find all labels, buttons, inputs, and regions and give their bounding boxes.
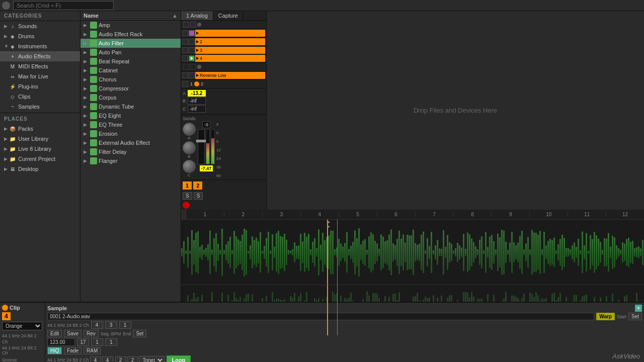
vol-c-value[interactable]: -inf <box>188 105 206 113</box>
fader-db-value[interactable]: -7.47 <box>200 165 213 171</box>
sidebar-item-sounds[interactable]: ▶ ♪ Sounds <box>0 21 80 31</box>
seg-bpm-input[interactable] <box>47 338 75 346</box>
mixer-btn[interactable] <box>182 81 188 87</box>
track-play-btn[interactable] <box>189 55 195 61</box>
sidebar-item-desktop[interactable]: ▶ 🖥 Desktop <box>0 164 80 174</box>
tones-select[interactable]: Tones <box>139 356 165 363</box>
knob-b[interactable] <box>183 141 196 154</box>
vol-b-label: B <box>183 99 187 104</box>
ram-btn[interactable]: RAM <box>84 347 101 354</box>
sidebar-item-audio-effects[interactable]: + Audio Effects <box>0 51 80 61</box>
browser-item-chorus[interactable]: ▶ Chorus <box>80 75 181 84</box>
clip-slot-4[interactable]: 4 <box>195 55 265 62</box>
volume-fader[interactable] <box>198 129 205 164</box>
end-set-btn[interactable]: Set <box>133 330 146 337</box>
end-beats[interactable] <box>91 338 103 346</box>
browser-scroll-up[interactable]: ▲ <box>172 13 178 19</box>
hiq-btn[interactable]: HiQ <box>47 347 62 354</box>
clip-slot-reverse-low[interactable]: Reverse Low <box>195 72 265 79</box>
track-btn-2[interactable]: 2 <box>193 182 202 190</box>
start-set-btn[interactable]: Set <box>628 313 642 320</box>
browser-item-auto-filter[interactable]: ▶ Auto Filter <box>80 39 181 48</box>
browser-item-eq-eight[interactable]: ▶ EQ Eight <box>80 111 181 120</box>
fade-btn[interactable]: Fade <box>64 347 82 354</box>
browser-item-corpus[interactable]: ▶ Corpus <box>80 93 181 102</box>
sidebar-item-live8[interactable]: ▶ 📁 Live 8 Library <box>0 144 80 154</box>
svg-rect-38 <box>258 241 259 263</box>
rev-btn[interactable]: Rev <box>84 330 99 337</box>
user-library-icon: 📁 <box>9 135 16 142</box>
sidebar-item-drums[interactable]: ▶ ◈ Drums <box>0 31 80 41</box>
start-beats[interactable] <box>105 321 117 329</box>
browser-item-external-audio[interactable]: ▶ External Audio Effect <box>80 138 181 147</box>
browser-item-flanger[interactable]: ▶ Flanger <box>80 156 181 165</box>
sidebar-item-current-project[interactable]: ▶ 📁 Current Project <box>0 154 80 164</box>
browser-item-audio-effect-rack[interactable]: ▶ Audio Effect Rack <box>80 30 181 39</box>
sample-add-btn[interactable]: + <box>635 305 642 312</box>
start-subdiv[interactable] <box>119 321 131 329</box>
vol-a-value[interactable]: -13.2 <box>188 90 206 97</box>
solo-btn-1[interactable]: S <box>183 192 192 200</box>
knob-a[interactable] <box>183 123 196 136</box>
clip-slot-1[interactable] <box>195 30 265 37</box>
clip-name: Reverse Low <box>200 73 226 78</box>
track-stop-btn[interactable] <box>182 47 188 53</box>
clip-color-select[interactable]: Orange <box>2 322 42 330</box>
sidebar-item-samples[interactable]: ~ Samples <box>0 102 80 112</box>
knob-c[interactable] <box>183 160 196 173</box>
sig-bot-input[interactable] <box>102 356 113 363</box>
svg-rect-19 <box>219 250 221 254</box>
start-bars[interactable] <box>91 321 103 329</box>
sidebar-item-midi-effects[interactable]: M MIDI Effects <box>0 61 80 71</box>
track-stop-btn[interactable] <box>182 30 188 36</box>
sidebar-item-max-for-live[interactable]: ∞ Max for Live <box>0 71 80 81</box>
tab-capture[interactable]: Capture <box>213 11 244 20</box>
edit-btn[interactable]: Edit <box>47 330 62 337</box>
search-input[interactable] <box>13 1 114 10</box>
expand-icon: ▶ <box>84 23 89 28</box>
browser-item-filter-delay[interactable]: ▶ Filter Delay <box>80 147 181 156</box>
browser-item-beat-repeat[interactable]: ▶ Beat Repeat <box>80 57 181 66</box>
track-stop-btn[interactable] <box>182 39 188 45</box>
sidebar-item-clips[interactable]: ◇ Clips <box>0 92 80 102</box>
clip-slot-3[interactable]: 3 <box>195 47 265 54</box>
sidebar-item-plugins[interactable]: ⚡ Plug-ins <box>0 81 80 92</box>
save-btn[interactable]: Save <box>64 330 82 337</box>
solo-btn-2[interactable]: S <box>194 192 203 200</box>
track-mute-btn[interactable] <box>189 39 195 45</box>
browser-item-compressor[interactable]: ▶ Compressor <box>80 84 181 93</box>
track-stop-btn[interactable] <box>183 22 189 28</box>
track-mute-btn[interactable] <box>189 30 195 36</box>
tab-analog[interactable]: 1 Analog <box>181 11 213 20</box>
browser-item-auto-pan[interactable]: ▶ Auto Pan <box>80 48 181 57</box>
browser-item-erosion[interactable]: ▶ Erosion <box>80 129 181 138</box>
warp-btn[interactable]: Warp <box>596 313 615 320</box>
loop-btn[interactable]: Loop <box>167 355 191 362</box>
browser-item-cabinet[interactable]: ▶ Cabinet <box>80 66 181 75</box>
track-stop-btn[interactable] <box>182 72 188 78</box>
track-solo-btns: S S <box>181 191 266 201</box>
track-stop-btn[interactable] <box>183 64 189 70</box>
end-subdiv[interactable] <box>105 338 117 346</box>
sidebar-item-instruments[interactable]: ▼ ◈ Instruments <box>0 41 80 51</box>
track-mute-btn[interactable] <box>189 47 195 53</box>
track-mute-btn[interactable] <box>189 72 195 78</box>
track-stop-btn[interactable] <box>182 55 188 61</box>
end-bars[interactable] <box>77 338 89 346</box>
track-mute-btn[interactable] <box>190 64 196 70</box>
track-btn-1[interactable]: 1 <box>183 182 192 190</box>
clip-slot-2[interactable]: 2 <box>195 38 265 45</box>
browser-item-dynamic-tube[interactable]: ▶ Dynamic Tube <box>80 102 181 111</box>
clip-num: 4 <box>200 56 202 61</box>
vol-b-value[interactable]: -inf <box>188 97 206 105</box>
transpose-val1[interactable] <box>115 356 126 363</box>
browser-item-amp[interactable]: ▶ Amp <box>80 21 181 30</box>
sig-display: 44.1 kHz 24 Bit 2 Ch <box>47 356 113 363</box>
track-mute-btn[interactable] <box>190 22 196 28</box>
sig-top-input[interactable] <box>90 356 101 363</box>
rec-btn-1[interactable] <box>183 202 190 209</box>
sidebar-item-packs[interactable]: ▶ 📦 Packs <box>0 124 80 134</box>
transpose-val2[interactable] <box>127 356 138 363</box>
sidebar-item-user-library[interactable]: ▶ 📁 User Library <box>0 134 80 144</box>
browser-item-eq-three[interactable]: ▶ EQ Three <box>80 120 181 129</box>
